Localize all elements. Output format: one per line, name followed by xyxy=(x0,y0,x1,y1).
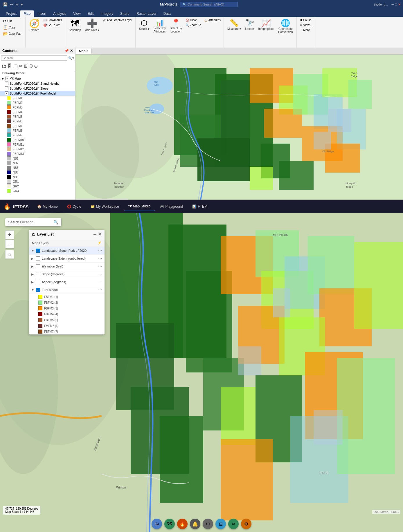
layer-tool[interactable]: 🗂 xyxy=(2,64,6,69)
extent-checkbox[interactable] xyxy=(36,256,40,260)
attributes-button[interactable]: 📋 Attributes xyxy=(203,18,222,22)
command-search-box[interactable]: 🔍 Command Search (Alt+Q) xyxy=(180,2,238,7)
basemap-button[interactable]: 🗺 Basemap xyxy=(67,18,83,33)
slope-checkbox[interactable] xyxy=(5,86,8,90)
undo-btn[interactable]: ↩ xyxy=(9,2,14,7)
filter-icon[interactable]: ⚡ xyxy=(98,241,102,245)
polygon-tool[interactable]: ⬡ xyxy=(29,63,33,69)
expand-landscape[interactable]: ▼ xyxy=(31,249,34,252)
landscape-checkbox[interactable]: ✓ xyxy=(36,249,40,253)
elevation-checkbox[interactable] xyxy=(36,264,40,268)
layer-row-fuel-model[interactable]: ▼ ✓ Fuel Model ⋯ xyxy=(29,286,105,294)
map-tab[interactable]: Map × xyxy=(75,48,92,54)
toolbar-bell-btn[interactable]: 🔔 xyxy=(190,519,200,529)
fuel-model-iftdss-checkbox[interactable]: ✓ xyxy=(36,288,40,292)
slope-more[interactable]: ⋯ xyxy=(98,272,102,276)
dropdown-btn[interactable]: ▾ xyxy=(20,2,24,7)
toolbar-edit-btn[interactable]: ✏ xyxy=(228,519,239,529)
fuel-model-checkbox[interactable]: ✓ xyxy=(5,91,8,95)
tab-imagery[interactable]: Imagery xyxy=(97,10,117,17)
explore-button[interactable]: 🧭 Explore xyxy=(27,18,42,33)
select-button[interactable]: ⬡ Select ▾ xyxy=(137,18,151,32)
extent-more[interactable]: ⋯ xyxy=(98,256,102,261)
pause-button[interactable]: ⏸ Pause xyxy=(298,18,313,22)
nav-ftem[interactable]: 📊 FTEM xyxy=(188,202,211,211)
maximize-btn[interactable]: □ xyxy=(395,3,397,6)
tab-raster-layer[interactable]: Raster Layer xyxy=(133,10,160,17)
nav-workspace[interactable]: 📁 My Workspace xyxy=(87,202,123,211)
copy-button[interactable]: 📋 Copy xyxy=(2,24,24,30)
cut-button[interactable]: ✂ Cut xyxy=(2,18,24,24)
expand-slope[interactable]: ▶ xyxy=(31,273,34,276)
toolbar-fire-btn[interactable]: 🔥 xyxy=(177,519,188,529)
tab-edit[interactable]: Edit xyxy=(84,10,97,17)
locate-button[interactable]: 🔭 Locate xyxy=(243,18,256,32)
select-tool[interactable]: ▢ xyxy=(13,63,18,69)
redo-btn[interactable]: ↪ xyxy=(15,2,19,7)
nav-cycle[interactable]: ⭕ Cycle xyxy=(63,202,85,211)
select-by-location-button[interactable]: 📍 Select ByLocation xyxy=(168,18,184,34)
grid-tool[interactable]: ⊞ xyxy=(24,63,28,69)
search-location-icon[interactable]: 🔍 xyxy=(53,220,58,225)
expand-fuel-model[interactable]: ▼ xyxy=(31,288,34,292)
fuel-model-more[interactable]: ⋯ xyxy=(98,287,102,292)
nav-my-home[interactable]: 🏠 My Home xyxy=(33,202,62,211)
clear-button[interactable]: 🚫 Clear xyxy=(184,18,202,22)
layer-list-close[interactable]: ✕ xyxy=(98,232,102,237)
tab-project[interactable]: Project xyxy=(2,10,20,17)
expand-extent[interactable]: ▶ xyxy=(31,257,34,260)
layer-row-elevation[interactable]: ▶ Elevation (feet) ⋯ xyxy=(29,263,105,270)
layer-item-fuel-model[interactable]: ✓ SouthForkLF2020.tif_Fuel Model xyxy=(0,91,75,96)
coordinate-conversion-button[interactable]: 🌐 CoordinateConversion xyxy=(276,18,295,35)
dropdown-arrow[interactable]: ▾ xyxy=(72,56,74,60)
map-studio-area[interactable]: Entiat Roc... MOUNTAIN RIDGE Winton 🔍 + … xyxy=(0,213,403,532)
layer-item-stand-height[interactable]: SouthForkLF2020.tif_Stand Height xyxy=(0,81,75,86)
elevation-more[interactable]: ⋯ xyxy=(98,264,102,269)
layer-row-slope[interactable]: ▶ Slope (degrees) ⋯ xyxy=(29,270,105,278)
tab-share[interactable]: Share xyxy=(117,10,133,17)
expand-elevation[interactable]: ▶ xyxy=(31,265,34,268)
layer-row-landscape[interactable]: ▼ ✓ Landscape: South Fork LF2020 ⋯ xyxy=(29,247,105,255)
nav-playground[interactable]: 🎮 Playground xyxy=(156,202,187,211)
zoom-out-btn[interactable]: − xyxy=(5,240,14,248)
zoom-to-button[interactable]: 🔍 Zoom To xyxy=(184,23,202,27)
search-location-input[interactable] xyxy=(8,220,52,224)
tab-data[interactable]: Data xyxy=(160,10,174,17)
contents-search-input[interactable] xyxy=(1,55,67,61)
toolbar-settings-btn[interactable]: ⚙ xyxy=(203,519,213,529)
toolbar-layers-btn[interactable]: 🗂 xyxy=(152,519,162,529)
bookmarks-button[interactable]: 📖 Bookmarks xyxy=(42,18,63,22)
minimize-btn[interactable]: ─ xyxy=(392,3,394,6)
aspect-checkbox[interactable] xyxy=(36,280,40,284)
landscape-more[interactable]: ⋯ xyxy=(98,248,102,253)
close-btn[interactable]: ✕ xyxy=(398,3,401,6)
toolbar-map-btn[interactable]: 🗺 xyxy=(164,519,175,529)
expand-map[interactable]: ▶ xyxy=(2,77,4,80)
tab-view[interactable]: View xyxy=(70,10,84,17)
infographics-button[interactable]: 📈 Infographics xyxy=(257,18,276,32)
save-btn[interactable]: 💾 xyxy=(2,2,8,7)
tab-insert[interactable]: Insert xyxy=(34,10,50,17)
map-tab-close[interactable]: × xyxy=(86,49,88,53)
layer-item-slope[interactable]: SouthForkLF2020.tif_Slope xyxy=(0,86,75,91)
more-tools[interactable]: ⊕ xyxy=(34,63,38,69)
toolbar-config-btn[interactable]: ⚙ xyxy=(241,519,251,529)
add-graphics-layer-button[interactable]: 🖊 Add Graphics Layer xyxy=(102,18,133,22)
more-button[interactable]: ⋯ More xyxy=(298,28,313,32)
layer-list-minimize[interactable]: ─ xyxy=(93,232,96,237)
add-data-button[interactable]: ➕ Add Data ▾ xyxy=(83,18,101,33)
aspect-more[interactable]: ⋯ xyxy=(98,280,102,284)
contents-close-btn[interactable]: ✕ xyxy=(70,49,73,53)
expand-aspect[interactable]: ▶ xyxy=(31,281,34,284)
layer-item-map[interactable]: ▶ ✓ 🗺 Map xyxy=(0,76,75,81)
tab-analysis[interactable]: Analysis xyxy=(50,10,70,17)
home-location-btn[interactable]: ⌂ xyxy=(5,250,14,259)
arcgis-map-canvas[interactable]: Fish Lake Lake Wenatchee State Park xyxy=(75,55,403,200)
view-button[interactable]: 👁 View... xyxy=(298,23,313,27)
select-by-attributes-button[interactable]: 📊 Select ByAttributes xyxy=(152,18,167,34)
tab-map[interactable]: Map xyxy=(20,10,34,17)
stand-height-checkbox[interactable] xyxy=(5,82,8,85)
layer-row-aspect[interactable]: ▶ Aspect (degrees) ⋯ xyxy=(29,278,105,286)
contents-pin-btn[interactable]: 📌 xyxy=(64,49,69,53)
layer-row-extent[interactable]: ▶ Landscape Extent (unbuffered) ⋯ xyxy=(29,255,105,263)
